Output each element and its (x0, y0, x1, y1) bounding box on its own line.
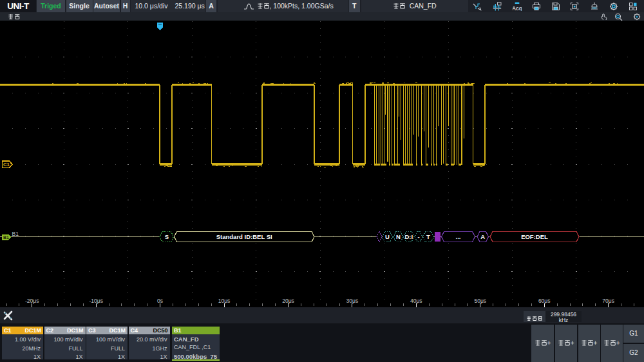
svg-text:B1: B1 (3, 235, 9, 240)
svg-text:N: N (396, 233, 401, 240)
svg-text:70μs: 70μs (602, 298, 614, 304)
svg-text:10μs: 10μs (218, 298, 231, 304)
svg-text:C1: C1 (3, 162, 10, 167)
svg-text:-: - (417, 233, 419, 240)
svg-text:Acq: Acq (513, 5, 522, 12)
svg-text:U: U (385, 233, 390, 240)
svg-text:40μs: 40μs (410, 298, 422, 304)
svg-text:-20μs: -20μs (25, 298, 39, 304)
svg-text:D:I: D:I (404, 233, 413, 240)
svg-text:0s: 0s (157, 298, 163, 304)
svg-text:30μs: 30μs (346, 298, 359, 304)
svg-text:EOF:DEL: EOF:DEL (521, 233, 548, 240)
svg-text:20μs: 20μs (282, 298, 294, 304)
svg-text:Standard ID:BEL SI: Standard ID:BEL SI (216, 233, 272, 240)
svg-text:...: ... (456, 233, 461, 240)
svg-text:B1: B1 (12, 231, 19, 237)
svg-text:S: S (165, 233, 169, 240)
svg-text:-10μs: -10μs (89, 298, 102, 304)
svg-text:50μs: 50μs (474, 298, 486, 304)
svg-text:T: T (426, 233, 430, 240)
svg-text:60μs: 60μs (538, 298, 551, 304)
svg-text:A: A (480, 233, 485, 240)
